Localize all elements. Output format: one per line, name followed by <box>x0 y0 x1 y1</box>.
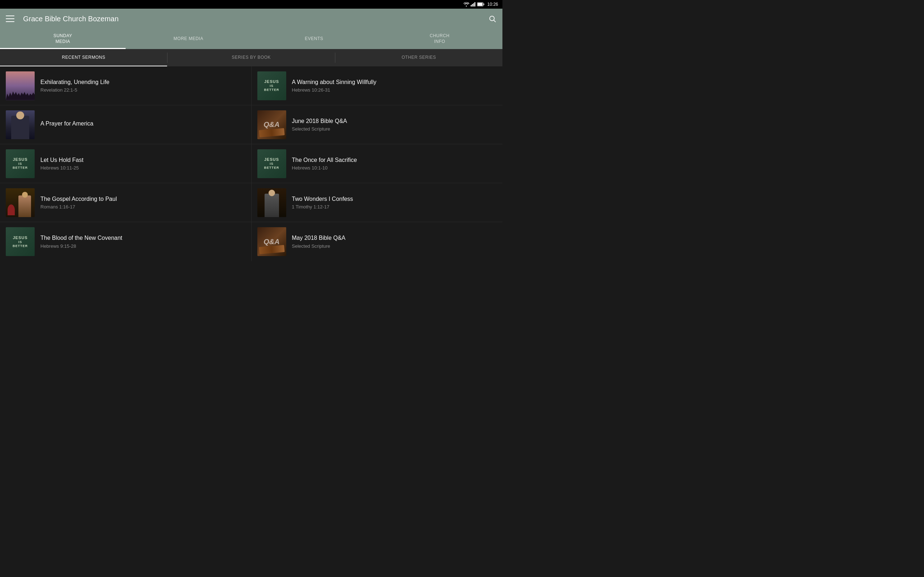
sermon-thumbnail: Q&A <box>257 110 286 139</box>
sermon-thumbnail: Q&A <box>257 227 286 256</box>
pastor-figure <box>11 116 29 139</box>
sermon-info: Exhilarating, Unending Life Revelation 2… <box>40 79 109 93</box>
qa-label-2: Q&A <box>263 238 279 246</box>
sermon-title: The Gospel According to Paul <box>40 195 117 203</box>
svg-rect-6 <box>478 3 483 6</box>
sermon-subtitle: Selected Scripture <box>292 126 347 132</box>
sermon-list: Exhilarating, Unending Life Revelation 2… <box>0 66 502 313</box>
app-bar: Grace Bible Church Bozeman <box>0 9 502 29</box>
table-row: A Prayer for America Q&A June 2018 Bible… <box>0 105 502 144</box>
sermon-thumbnail <box>6 110 35 139</box>
sermon-subtitle: Hebrews 10:26-31 <box>292 87 376 93</box>
list-item[interactable]: Q&A June 2018 Bible Q&A Selected Scriptu… <box>252 105 503 144</box>
sermon-title: The Once for All Sacrifice <box>292 156 357 164</box>
qa-thumbnail: Q&A <box>257 110 286 139</box>
table-row: The Gospel According to Paul Romans 1:16… <box>0 183 502 222</box>
sermon-subtitle: Revelation 22:1-5 <box>40 87 109 93</box>
list-item[interactable]: JESUS IS BETTER A Warning about Sinning … <box>252 66 503 105</box>
podium-thumbnail <box>6 188 35 217</box>
status-icons: 10:26 <box>464 2 498 7</box>
sermon-subtitle: Hebrews 9:15-28 <box>40 243 122 249</box>
sermon-title: Exhilarating, Unending Life <box>40 79 109 86</box>
svg-rect-1 <box>472 4 473 6</box>
sermon-info: The Once for All Sacrifice Hebrews 10:1-… <box>292 156 357 171</box>
svg-rect-0 <box>471 5 472 6</box>
sub-tab-other-series[interactable]: OTHER SERIES <box>335 49 502 66</box>
podium-figure-2 <box>265 193 279 217</box>
list-item[interactable]: A Prayer for America <box>0 105 252 144</box>
hamburger-menu-button[interactable] <box>6 16 15 22</box>
svg-rect-5 <box>483 3 484 5</box>
search-icon <box>488 15 496 23</box>
sermon-subtitle: Hebrews 10:11-25 <box>40 165 83 171</box>
svg-point-7 <box>490 16 494 21</box>
sermon-info: The Gospel According to Paul Romans 1:16… <box>40 195 117 210</box>
sermon-info: Two Wonders I Confess 1 Timothy 1:12-17 <box>292 195 353 210</box>
list-item[interactable]: Q&A May 2018 Bible Q&A Selected Scriptur… <box>252 222 503 261</box>
qa-books <box>259 128 284 137</box>
wifi-icon <box>464 2 469 6</box>
qa-label: Q&A <box>263 121 279 129</box>
qa-books-2 <box>259 245 284 254</box>
sermon-title: A Warning about Sinning Willfully <box>292 79 376 86</box>
sermon-subtitle: Hebrews 10:1-10 <box>292 165 357 171</box>
sermon-info: The Blood of the New Covenant Hebrews 9:… <box>40 234 122 249</box>
jib-thumbnail: JESUS IS BETTER <box>6 227 35 256</box>
list-item[interactable]: JESUS IS BETTER The Blood of the New Cov… <box>0 222 252 261</box>
qa-thumbnail-2: Q&A <box>257 227 286 256</box>
jib-thumbnail: JESUS IS BETTER <box>257 71 286 100</box>
sub-tab-bar: RECENT SERMONS SERIES BY BOOK OTHER SERI… <box>0 49 502 66</box>
sub-tab-recent-sermons[interactable]: RECENT SERMONS <box>0 49 167 66</box>
tab-sunday-media[interactable]: SUNDAY MEDIA <box>0 29 126 49</box>
signal-icon <box>471 2 476 6</box>
search-button[interactable] <box>488 15 497 23</box>
svg-line-8 <box>494 20 496 22</box>
sermon-thumbnail: JESUS IS BETTER <box>257 71 286 100</box>
time-display: 10:26 <box>487 2 498 7</box>
list-item[interactable]: The Gospel According to Paul Romans 1:16… <box>0 183 252 222</box>
sermon-title: The Blood of the New Covenant <box>40 234 122 242</box>
status-bar: 10:26 <box>0 0 502 9</box>
sermon-title: May 2018 Bible Q&A <box>292 234 346 242</box>
table-row: Exhilarating, Unending Life Revelation 2… <box>0 66 502 105</box>
podium-figure <box>18 195 31 217</box>
tab-bar: SUNDAY MEDIA MORE MEDIA EVENTS CHURCH IN… <box>0 29 502 49</box>
sermon-subtitle: Selected Scripture <box>292 243 346 249</box>
sermon-title: Let Us Hold Fast <box>40 156 83 164</box>
podium-thumbnail-2 <box>257 188 286 217</box>
battery-icon <box>477 2 485 6</box>
list-item[interactable]: Two Wonders I Confess 1 Timothy 1:12-17 <box>252 183 503 222</box>
tab-church-info[interactable]: CHURCH INFO <box>377 29 502 49</box>
sky-thumbnail <box>6 71 35 100</box>
sermon-subtitle: Romans 1:16-17 <box>40 204 117 210</box>
sermon-title: A Prayer for America <box>40 120 94 128</box>
podium-head-2 <box>268 190 275 196</box>
table-row: JESUS IS BETTER Let Us Hold Fast Hebrews… <box>0 144 502 183</box>
sermon-thumbnail <box>257 188 286 217</box>
sermon-thumbnail: JESUS IS BETTER <box>257 149 286 178</box>
table-row: JESUS IS BETTER The Blood of the New Cov… <box>0 222 502 261</box>
sermon-info: A Warning about Sinning Willfully Hebrew… <box>292 79 376 93</box>
podium-flowers <box>8 205 15 215</box>
podium-head <box>22 192 28 198</box>
tab-more-media[interactable]: MORE MEDIA <box>126 29 251 49</box>
sermon-info: A Prayer for America <box>40 120 94 129</box>
sermon-info: May 2018 Bible Q&A Selected Scripture <box>292 234 346 249</box>
list-item[interactable]: JESUS IS BETTER Let Us Hold Fast Hebrews… <box>0 144 252 183</box>
trees-silhouette <box>6 89 35 100</box>
svg-rect-2 <box>473 3 474 6</box>
sermon-info: June 2018 Bible Q&A Selected Scripture <box>292 118 347 132</box>
sermon-title: Two Wonders I Confess <box>292 195 353 203</box>
svg-rect-3 <box>474 2 475 6</box>
sermon-title: June 2018 Bible Q&A <box>292 118 347 125</box>
pastor-head <box>16 111 24 119</box>
app-title: Grace Bible Church Bozeman <box>23 15 488 23</box>
jib-thumbnail: JESUS IS BETTER <box>257 149 286 178</box>
tab-events[interactable]: EVENTS <box>251 29 377 49</box>
list-item[interactable]: JESUS IS BETTER The Once for All Sacrifi… <box>252 144 503 183</box>
list-item[interactable]: Exhilarating, Unending Life Revelation 2… <box>0 66 252 105</box>
sub-tab-series-by-book[interactable]: SERIES BY BOOK <box>168 49 334 66</box>
sermon-thumbnail <box>6 188 35 217</box>
sermon-thumbnail: JESUS IS BETTER <box>6 227 35 256</box>
sermon-info: Let Us Hold Fast Hebrews 10:11-25 <box>40 156 83 171</box>
